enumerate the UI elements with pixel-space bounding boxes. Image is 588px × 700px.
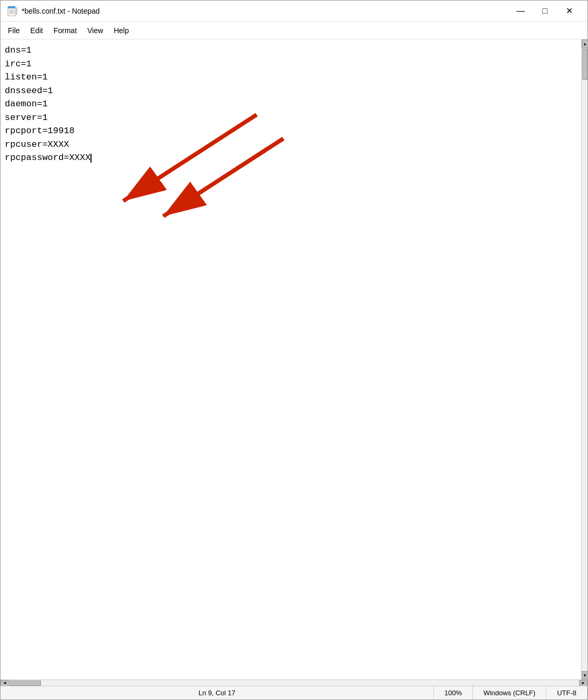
close-button[interactable]: ✕	[557, 3, 581, 19]
notepad-icon	[7, 6, 17, 16]
scroll-down-button[interactable]: ▼	[582, 671, 587, 679]
scroll-thumb-vertical[interactable]	[582, 48, 587, 80]
svg-rect-1	[8, 6, 15, 8]
horizontal-scrollbar[interactable]: ◄ ►	[1, 679, 587, 686]
title-bar: *bells.conf.txt - Notepad — □ ✕	[1, 1, 587, 22]
scroll-right-button[interactable]: ►	[579, 680, 587, 686]
encoding: UTF-8	[557, 689, 576, 697]
menu-edit[interactable]: Edit	[25, 24, 48, 37]
scroll-track-horizontal[interactable]	[9, 680, 579, 686]
cursor-position: Ln 9, Col 17	[198, 689, 235, 697]
line-ending: Windows (CRLF)	[483, 689, 535, 697]
zoom-level: 100%	[444, 689, 462, 697]
vertical-scrollbar[interactable]: ▲ ▼	[581, 39, 587, 679]
menu-format[interactable]: Format	[48, 24, 82, 37]
menu-file[interactable]: File	[3, 24, 25, 37]
scroll-up-button[interactable]: ▲	[582, 39, 587, 48]
status-zoom: 100%	[434, 686, 473, 699]
status-position: Ln 9, Col 17	[1, 686, 434, 699]
svg-rect-5	[16, 7, 17, 15]
window-title: *bells.conf.txt - Notepad	[22, 7, 509, 15]
scroll-track-vertical[interactable]	[582, 48, 587, 671]
menu-bar: File Edit Format View Help	[1, 22, 587, 39]
menu-help[interactable]: Help	[108, 24, 134, 37]
window-controls: — □ ✕	[509, 3, 581, 19]
editor-area[interactable]: dns=1 irc=1 listen=1 dnsseed=1 daemon=1 …	[1, 39, 587, 679]
menu-view[interactable]: View	[82, 24, 108, 37]
editor-text[interactable]: dns=1 irc=1 listen=1 dnsseed=1 daemon=1 …	[1, 39, 581, 679]
scroll-thumb-horizontal[interactable]	[9, 681, 41, 686]
status-encoding: UTF-8	[546, 686, 587, 699]
text-cursor	[90, 154, 92, 163]
notepad-window: *bells.conf.txt - Notepad — □ ✕ File Edi…	[0, 0, 588, 700]
maximize-button[interactable]: □	[533, 3, 557, 19]
minimize-button[interactable]: —	[509, 3, 533, 19]
scroll-left-button[interactable]: ◄	[1, 680, 9, 686]
status-line-ending: Windows (CRLF)	[473, 686, 546, 699]
status-bar: Ln 9, Col 17 100% Windows (CRLF) UTF-8	[1, 686, 587, 699]
